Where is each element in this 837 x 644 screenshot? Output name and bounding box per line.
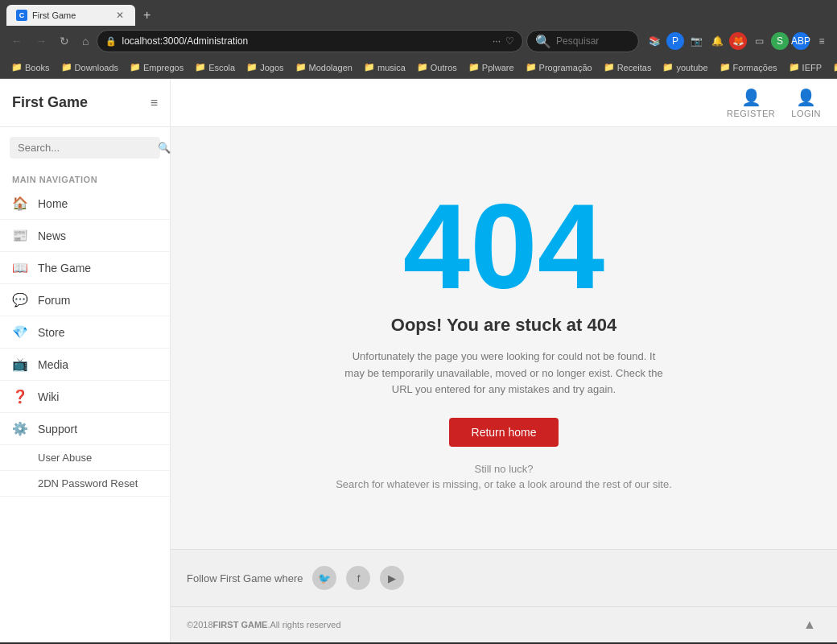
home-button[interactable]: ⌂ [77,31,93,51]
twitter-icon[interactable]: 🐦 [312,566,336,590]
folder-icon: 📁 [195,62,206,72]
bookmark-pplware[interactable]: 📁Pplware [464,60,519,74]
sidebar-item-2dn-password-reset[interactable]: 2DN Password Reset [0,471,170,497]
tab-title: First Game [32,10,76,20]
bookmark-programacao[interactable]: 📁Programação [521,60,597,74]
new-tab-button[interactable]: + [138,8,155,23]
sidebar-item-news[interactable]: 📰 News [0,220,170,252]
sidebar-item-forum[interactable]: 💬 Forum [0,284,170,316]
address-bar[interactable]: 🔒 ··· ♡ [97,30,523,52]
wiki-icon: ❓ [12,389,28,404]
forward-button[interactable]: → [31,31,52,51]
bookmarks-bar: 📁Books 📁Downloads 📁Empregos 📁Escola 📁Jog… [0,56,837,79]
search-icon: 🔍 [535,34,551,49]
bookmark-downloads[interactable]: 📁Downloads [56,60,123,74]
login-action[interactable]: 👤 LOGIN [791,88,821,118]
footer-copyright: ©2018FIRST GAME.All rights reserved ▲ [171,607,837,642]
tab-close-button[interactable]: ✕ [114,10,126,21]
pocket-icon[interactable]: P [666,32,684,50]
sidebar-item-support-label: Support [38,423,77,436]
folder-icon: 📁 [61,62,72,72]
support-icon: ⚙️ [12,421,28,436]
abp-icon[interactable]: ABP [792,32,810,50]
sidebar-item-wiki-label: Wiki [38,390,59,403]
sidebar-item-2dn-label: 2DN Password Reset [38,477,138,489]
folder-icon: 📁 [364,62,375,72]
bookmark-iefp[interactable]: 📁IEFP [784,60,827,74]
sidebar-item-home[interactable]: 🏠 Home [0,188,170,220]
folder-icon: 📁 [417,62,428,72]
sidebar-item-store[interactable]: 💎 Store [0,316,170,349]
bookmark-modolagen[interactable]: 📁Modolagen [291,60,357,74]
fire-icon[interactable]: 🦊 [729,32,747,50]
folder-icon: 📁 [295,62,307,72]
tab-favicon: C [16,10,27,21]
sync-icon[interactable]: S [771,32,789,50]
browser-tab[interactable]: C First Game ✕ [6,5,135,26]
back-button[interactable]: ← [6,31,27,51]
library-icon[interactable]: 📚 [645,32,663,50]
more-icon[interactable]: ≡ [813,32,831,50]
folder-icon: 📁 [662,62,674,72]
scroll-top-button[interactable]: ▲ [798,613,821,636]
bookmark-receitas[interactable]: 📁Receitas [599,60,657,74]
bookmark-musica[interactable]: 📁musica [359,60,410,74]
sidebar-item-media-label: Media [38,358,68,371]
bookmark-unreal[interactable]: 📁Unreal [828,60,837,74]
browser-chrome: C First Game ✕ + ← → ↻ ⌂ 🔒 ··· ♡ 🔍 📚 [0,0,837,79]
folder-icon: 📁 [526,62,537,72]
media-icon: 📺 [12,357,28,372]
folder-icon: 📁 [130,62,141,72]
url-input[interactable] [122,35,488,47]
address-bookmark-icon[interactable]: ♡ [505,35,514,47]
notification-icon[interactable]: 🔔 [708,32,726,50]
sidebar-search-icon: 🔍 [158,142,171,154]
youtube-icon[interactable]: ▶ [380,566,404,590]
top-header: 👤 REGISTER 👤 LOGIN [171,79,837,127]
camera-icon[interactable]: 📷 [687,32,705,50]
register-action[interactable]: 👤 REGISTER [727,88,775,118]
tablet-icon[interactable]: ▭ [750,32,768,50]
sidebar-search-input[interactable] [18,142,153,154]
facebook-icon[interactable]: f [346,566,370,590]
bookmark-formacoes[interactable]: 📁Formações [715,60,782,74]
bookmark-empregos[interactable]: 📁Empregos [125,60,188,74]
sidebar-item-forum-label: Forum [38,294,70,307]
sidebar-item-media[interactable]: 📺 Media [0,349,170,381]
still-no-luck-title: Still no luck? [336,463,672,475]
sidebar-item-wiki[interactable]: ❓ Wiki [0,381,170,413]
sidebar-item-support[interactable]: ⚙️ Support [0,413,170,445]
hamburger-icon[interactable]: ≡ [150,96,158,110]
bookmark-youtube[interactable]: 📁youtube [658,60,712,74]
sidebar-item-news-label: News [38,229,66,242]
folder-icon: 📁 [604,62,615,72]
sidebar-header: First Game ≡ [0,79,170,127]
register-icon: 👤 [741,88,761,107]
sidebar-item-store-label: Store [38,326,64,339]
login-icon: 👤 [796,88,816,107]
folder-icon: 📁 [468,62,480,72]
sidebar-item-the-game[interactable]: 📖 The Game [0,252,170,284]
sidebar-item-user-abuse-label: User Abuse [38,452,92,464]
error-content: 404 Oops! You are stuck at 404 Unfortuna… [171,127,837,549]
sidebar-item-the-game-label: The Game [38,262,91,275]
address-options-icon[interactable]: ··· [493,35,501,47]
bookmark-books[interactable]: 📁Books [6,60,55,74]
error-code: 404 [403,186,604,307]
refresh-button[interactable]: ↻ [55,31,74,51]
folder-icon: 📁 [789,62,800,72]
bookmark-outros[interactable]: 📁Outros [412,60,462,74]
bookmark-jogos[interactable]: 📁Jogos [241,60,288,74]
browser-toolbar: 📚 P 📷 🔔 🦊 ▭ S ABP ≡ [645,32,831,50]
sidebar-search-box[interactable]: 🔍 [10,137,160,159]
error-description: Unfortunately the page you were looking … [343,349,665,398]
search-bar[interactable]: 🔍 [526,30,639,52]
login-label: LOGIN [791,109,821,118]
folder-icon: 📁 [11,62,23,72]
bookmark-escola[interactable]: 📁Escola [190,60,240,74]
error-title: Oops! You are stuck at 404 [391,315,616,336]
return-home-button[interactable]: Return home [449,418,559,447]
sidebar-item-user-abuse[interactable]: User Abuse [0,445,170,471]
folder-icon: 📁 [833,62,837,72]
home-icon: 🏠 [12,196,28,211]
